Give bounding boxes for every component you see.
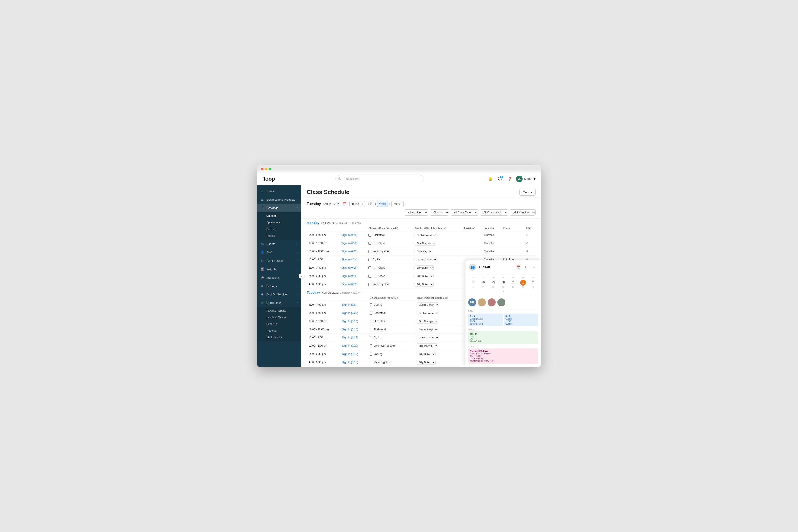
sidebar-subitem-appointments[interactable]: Appointments: [257, 219, 302, 226]
sidebar-subitem-classes[interactable]: Classes: [257, 213, 302, 219]
teacher-select[interactable]: Billy Butler: [417, 352, 436, 357]
sign-in-link[interactable]: Sign In (0/15): [342, 353, 358, 356]
location-filter[interactable]: All locations: [404, 209, 428, 216]
nav-right-icon3[interactable]: ›: [404, 202, 406, 206]
teacher-select[interactable]: Master Miagi: [417, 327, 438, 332]
event-stefany[interactable]: Stefany Phillips Deep Tissue - 60 Min 12…: [468, 348, 538, 363]
sign-in-link[interactable]: Sign In (0/10): [342, 320, 358, 323]
sign-in-link[interactable]: Sign In (0/15): [342, 361, 358, 364]
sidebar-subitem-lastvisit[interactable]: Last Visit Report: [257, 314, 302, 321]
sidebar-item-bookings[interactable]: ☰ Bookings ˅: [257, 204, 302, 212]
sidebar-item-services[interactable]: ⊞ Services and Products ›: [257, 195, 302, 204]
sidebar-subitem-schedule[interactable]: Schedule: [257, 321, 302, 327]
panel-add-icon[interactable]: +: [531, 264, 537, 270]
level-filter[interactable]: All Class Levels: [480, 209, 508, 216]
search-input[interactable]: [335, 175, 424, 183]
teacher-select[interactable]: Billy Butler: [415, 265, 434, 270]
teacher-select[interactable]: Dan Darragh: [417, 319, 438, 324]
sidebar-item-marketing[interactable]: 📢 Marketing ›: [257, 273, 302, 282]
sign-in-link[interactable]: Sign In (4/14): [342, 336, 358, 339]
teacher-select[interactable]: Billy Butler: [417, 360, 436, 365]
staff-avatar-3[interactable]: [497, 298, 506, 306]
cal-day[interactable]: 2: [528, 280, 538, 285]
messages-btn[interactable]: 💬 7: [496, 175, 504, 183]
sign-in-link[interactable]: Sign In (0/10): [342, 328, 358, 331]
event-cycling[interactable]: 8 - 9 Cycling 11/30 Cycling: [504, 314, 538, 326]
sidebar-item-home[interactable]: ⌂ Home ›: [257, 187, 302, 195]
sign-in-link[interactable]: Sign In (0/15): [341, 283, 357, 286]
sign-in-link[interactable]: Sign In (0/10): [341, 242, 357, 245]
gear-icon[interactable]: ⚙: [526, 233, 529, 237]
class-checkbox[interactable]: [368, 242, 371, 245]
sidebar-item-staff[interactable]: 👤 Staff ›: [257, 248, 302, 256]
cal-day[interactable]: 30: [498, 280, 508, 285]
class-checkbox[interactable]: [369, 312, 373, 315]
panel-refresh-icon[interactable]: ↻: [523, 264, 529, 270]
sidebar-item-pos[interactable]: ⊡ Point of Sale ›: [257, 256, 302, 265]
cal-day[interactable]: 27: [468, 280, 478, 285]
event-boxing-class[interactable]: 8 - 9 Boxing Class 11/30 Zumba Room: [468, 314, 503, 326]
gear-icon[interactable]: ⚙: [526, 250, 529, 253]
class-checkbox[interactable]: [369, 303, 373, 306]
event-circuit[interactable]: 10 - 11 Circuit 3/8 Main Court: [468, 331, 538, 344]
class-checkbox[interactable]: [368, 274, 371, 278]
class-checkbox[interactable]: [368, 266, 371, 269]
sign-in-link[interactable]: Sign In (0/8): [342, 303, 357, 306]
teacher-select[interactable]: Jake Hay: [415, 249, 432, 254]
staff-avatar-1[interactable]: [478, 298, 486, 306]
sign-in-link[interactable]: Sign In (0/18): [341, 266, 357, 269]
class-checkbox[interactable]: [368, 283, 371, 286]
teacher-select[interactable]: James Carter: [415, 257, 437, 262]
nav-right-icon2[interactable]: ›: [389, 202, 391, 206]
day-btn[interactable]: Day: [364, 201, 374, 207]
sidebar-item-insights[interactable]: 📊 Insights ›: [257, 265, 302, 273]
teacher-select[interactable]: Kristin Gause: [415, 232, 437, 238]
teacher-select[interactable]: Roger Smith: [417, 343, 438, 348]
class-checkbox[interactable]: [369, 344, 373, 347]
teacher-select[interactable]: James Carter: [417, 302, 439, 307]
sidebar-subitem-favreports[interactable]: Favorite Reports: [257, 307, 302, 314]
sidebar-collapse-btn[interactable]: ‹: [299, 273, 304, 279]
sign-in-link[interactable]: Sign In (4/14): [341, 258, 357, 261]
user-menu-btn[interactable]: MS Mbo S ▾: [516, 175, 535, 182]
class-checkbox[interactable]: [369, 353, 373, 356]
class-checkbox[interactable]: [368, 250, 371, 253]
calendar-icon[interactable]: 📅: [342, 202, 347, 206]
class-checkbox[interactable]: [368, 234, 371, 236]
sign-in-link[interactable]: Sign In (0/20): [342, 344, 358, 347]
instructor-filter[interactable]: All Instructors: [510, 209, 535, 216]
cal-day-today[interactable]: 1: [520, 280, 526, 285]
sidebar-subitem-rooms[interactable]: Rooms: [257, 232, 302, 239]
sidebar-subitem-reports[interactable]: Reports: [257, 327, 302, 334]
type-filter[interactable]: Classes: [430, 209, 449, 216]
sign-in-link[interactable]: Sign In (0/20): [341, 250, 357, 253]
staff-avatar-2[interactable]: [488, 298, 496, 306]
month-btn[interactable]: Month: [392, 201, 404, 207]
teacher-select[interactable]: Billy Butler: [415, 282, 434, 287]
sidebar-item-settings[interactable]: ⚙ Settings ›: [257, 282, 302, 290]
sidebar-item-addons[interactable]: ⊕ Add-On Services ›: [257, 290, 302, 299]
teacher-select[interactable]: Billy Butler: [415, 273, 434, 279]
nav-right-icon1[interactable]: ›: [375, 202, 376, 206]
class-checkbox[interactable]: [369, 328, 373, 331]
class-checkbox[interactable]: [369, 361, 373, 364]
today-btn[interactable]: Today: [349, 201, 361, 207]
teacher-select[interactable]: Dan Darragh: [415, 241, 436, 246]
sidebar-item-quicklinks[interactable]: ☆ Quick Links ˅: [257, 299, 302, 307]
class-checkbox[interactable]: [368, 258, 371, 261]
help-btn[interactable]: ❓: [506, 175, 513, 183]
cal-day[interactable]: 28: [478, 280, 488, 285]
class-checkbox[interactable]: [369, 336, 373, 339]
sign-in-link[interactable]: Sign In (0/15): [341, 274, 357, 278]
teacher-select[interactable]: James Carter: [417, 335, 439, 340]
sidebar-item-clients[interactable]: ◎ Clients ›: [257, 240, 302, 248]
sidebar-subitem-staffreports[interactable]: Staff Reports: [257, 334, 302, 341]
staff-avatar-db[interactable]: DB: [468, 298, 476, 306]
panel-expand-icon[interactable]: ˅: [502, 291, 504, 295]
week-btn[interactable]: Week: [377, 201, 388, 207]
teacher-select[interactable]: Kristin Gause: [417, 310, 439, 316]
sidebar-subitem-courses[interactable]: Courses: [257, 226, 302, 232]
cal-day[interactable]: 31: [508, 280, 518, 285]
gear-icon[interactable]: ⚙: [526, 241, 529, 245]
class-type-filter[interactable]: All Class Types: [451, 209, 478, 216]
